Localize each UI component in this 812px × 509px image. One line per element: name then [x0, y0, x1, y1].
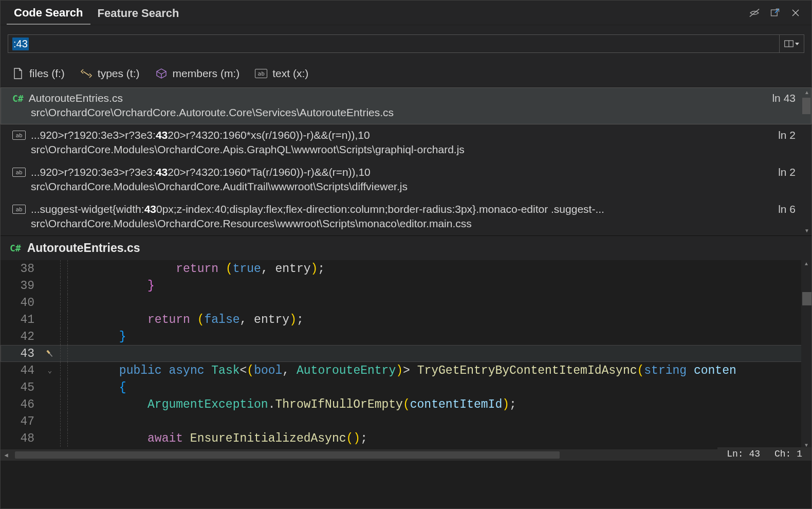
code-text: return (false, entry); — [75, 313, 304, 326]
line-number: 47 — [1, 415, 40, 428]
line-number: 44 — [1, 364, 40, 377]
search-filters: files (f:) types (t:) members (m:) ab te… — [1, 57, 811, 87]
result-title: ...920>r?1920:3e3>r?3e3:4320>r?4320:1960… — [31, 129, 773, 141]
result-item[interactable]: ab...suggest-widget{width:430px;z-index:… — [1, 198, 811, 235]
result-title: AutorouteEntries.cs — [29, 92, 767, 104]
code-line[interactable]: 43 — [1, 345, 811, 362]
svg-line-0 — [750, 9, 759, 16]
code-lines: 38 return (true, entry);39 }40 41 return… — [1, 260, 811, 447]
code-text: ArgumentException.ThrowIfNullOrEmpty(con… — [75, 398, 516, 411]
horizontal-scrollbar[interactable]: ◀ ▶ Ln: 43 Ch: 1 — [1, 449, 811, 461]
filter-types[interactable]: types (t:) — [80, 67, 140, 80]
tab-feature-search[interactable]: Feature Search — [90, 2, 187, 24]
svg-rect-1 — [771, 10, 778, 16]
file-icon — [12, 67, 24, 80]
result-line-number: ln 2 — [778, 129, 802, 141]
vertical-scrollbar[interactable]: ▲ ▼ — [801, 260, 811, 449]
result-title: ...920>r?1920:3e3>r?3e3:4320>r?4320:1960… — [31, 166, 773, 178]
code-line[interactable]: 48 await EnsureInitializedAsync(); — [1, 430, 811, 447]
close-icon[interactable] — [790, 7, 801, 19]
text-icon: ab — [255, 67, 267, 80]
status-bar: Ln: 43 Ch: 1 — [717, 447, 811, 461]
svg-rect-7 — [49, 353, 53, 356]
status-char: Ch: 1 — [774, 449, 802, 459]
result-path: src\OrchardCore.Modules\OrchardCore.Apis… — [12, 143, 802, 156]
code-line[interactable]: 38 return (true, entry); — [1, 260, 811, 277]
tab-code-search[interactable]: Code Search — [7, 1, 90, 25]
code-line[interactable]: 45 { — [1, 379, 811, 396]
search-row: :43 — [1, 25, 811, 57]
filter-members-label: members (m:) — [173, 67, 240, 80]
code-text: } — [75, 330, 126, 343]
scroll-left-icon[interactable]: ◀ — [1, 451, 12, 459]
result-item[interactable]: ab...920>r?1920:3e3>r?3e3:4320>r?4320:19… — [1, 124, 811, 161]
results-scroll-thumb[interactable] — [802, 98, 810, 114]
result-line-number: ln 43 — [772, 92, 802, 104]
topbar: Code Search Feature Search — [1, 1, 811, 25]
result-line-number: ln 6 — [778, 203, 802, 215]
filter-files-label: files (f:) — [29, 67, 65, 80]
code-text — [75, 296, 91, 310]
code-text: } — [75, 279, 155, 293]
csharp-icon: C# — [10, 243, 21, 253]
filter-text[interactable]: ab text (x:) — [255, 67, 308, 80]
lightbulb-icon[interactable] — [40, 349, 60, 358]
text-match-icon: ab — [12, 168, 26, 177]
line-number: 38 — [1, 262, 40, 276]
line-number: 48 — [1, 432, 40, 445]
code-text: { — [75, 381, 126, 394]
line-number: 45 — [1, 381, 40, 394]
results-scroll-down-icon[interactable]: ▼ — [804, 228, 809, 233]
search-box: :43 — [8, 34, 804, 53]
code-text: public async Task<(bool, AutorouteEntry)… — [75, 364, 736, 377]
result-line-number: ln 2 — [778, 166, 802, 178]
preview-header: C# AutorouteEntries.cs — [1, 235, 811, 260]
filter-files[interactable]: files (f:) — [12, 67, 65, 80]
result-path: src\OrchardCore\OrchardCore.Autoroute.Co… — [12, 106, 802, 119]
search-view-dropdown[interactable] — [779, 35, 804, 52]
collapse-icon[interactable]: ⌄ — [40, 366, 60, 375]
members-icon — [155, 67, 168, 80]
status-line: Ln: 43 — [727, 449, 760, 459]
filter-types-label: types (t:) — [98, 67, 140, 80]
text-match-icon: ab — [12, 131, 26, 140]
scroll-thumb-h[interactable] — [15, 451, 560, 459]
code-text — [75, 415, 91, 428]
filter-text-label: text (x:) — [272, 67, 308, 80]
open-external-icon[interactable] — [769, 7, 781, 19]
line-number: 43 — [1, 347, 40, 360]
preview-toggle-icon[interactable] — [749, 7, 760, 19]
code-line[interactable]: 41 return (false, entry); — [1, 311, 811, 328]
code-text: return (true, entry); — [75, 262, 325, 276]
code-line[interactable]: 44⌄ public async Task<(bool, AutorouteEn… — [1, 362, 811, 379]
svg-rect-6 — [46, 350, 50, 354]
code-line[interactable]: 46 ArgumentException.ThrowIfNullOrEmpty(… — [1, 396, 811, 413]
results-list: C#AutorouteEntries.csln 43src\OrchardCor… — [1, 87, 811, 235]
line-number: 41 — [1, 313, 40, 326]
preview-filename: AutorouteEntries.cs — [27, 241, 140, 255]
code-line[interactable]: 39 } — [1, 277, 811, 294]
code-line[interactable]: 40 — [1, 294, 811, 311]
code-preview: 38 return (true, entry);39 }40 41 return… — [1, 260, 811, 461]
result-path: src\OrchardCore.Modules\OrchardCore.Audi… — [12, 180, 802, 193]
text-match-icon: ab — [12, 205, 26, 214]
filter-members[interactable]: members (m:) — [155, 67, 240, 80]
results-scroll-up-icon[interactable]: ▲ — [804, 89, 809, 95]
result-item[interactable]: ab...920>r?1920:3e3>r?3e3:4320>r?4320:19… — [1, 161, 811, 198]
line-number: 40 — [1, 296, 40, 310]
search-input[interactable]: :43 — [8, 35, 779, 52]
line-number: 42 — [1, 330, 40, 343]
result-path: src\OrchardCore.Modules\OrchardCore.Reso… — [12, 217, 802, 230]
types-icon — [80, 67, 93, 80]
topbar-actions — [749, 7, 805, 19]
result-item[interactable]: C#AutorouteEntries.csln 43src\OrchardCor… — [1, 87, 811, 124]
code-text: await EnsureInitializedAsync(); — [75, 432, 367, 445]
result-title: ...suggest-widget{width:430px;z-index:40… — [31, 203, 773, 215]
code-line[interactable]: 47 — [1, 413, 811, 430]
code-line[interactable]: 42 } — [1, 328, 811, 345]
line-number: 46 — [1, 398, 40, 411]
csharp-icon: C# — [12, 93, 24, 104]
scroll-thumb[interactable] — [802, 292, 811, 305]
line-number: 39 — [1, 279, 40, 293]
search-query: :43 — [12, 38, 29, 50]
